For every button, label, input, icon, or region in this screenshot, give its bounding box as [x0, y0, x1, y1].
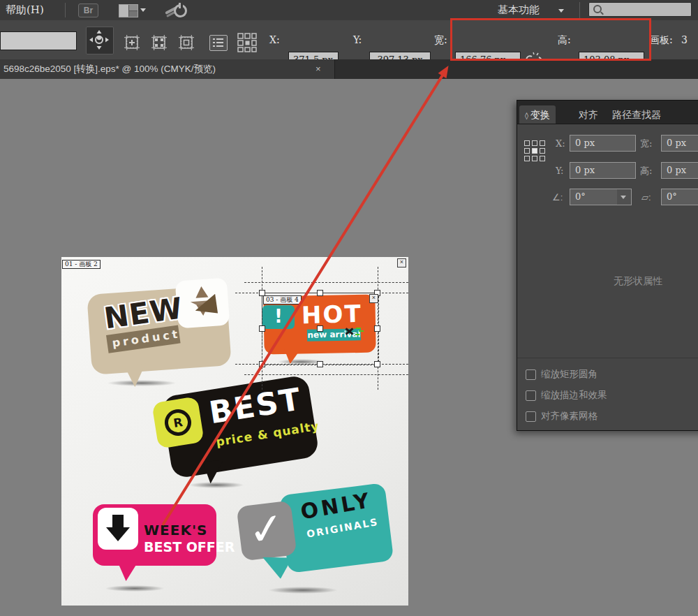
- width-label: 宽:: [434, 20, 447, 59]
- panel-x-label: X:: [556, 135, 565, 152]
- selection-handle[interactable]: [317, 361, 323, 367]
- move-gizmo-icon: [87, 27, 112, 52]
- sticker-new-shadow: [107, 380, 177, 386]
- transform-panel: ◊变换 对齐 路径查找器 X: 0 px 宽: 0 px Y: 0 px 高: …: [517, 100, 698, 431]
- menubar-separator-2: [579, 2, 580, 18]
- selection-handle[interactable]: [317, 290, 323, 296]
- artboard-list-icon[interactable]: [209, 35, 228, 51]
- sticker-only-badge: ✓: [237, 501, 297, 562]
- cs-live-icon[interactable]: [165, 3, 188, 18]
- menubar-separator: [65, 3, 66, 17]
- selection-handle[interactable]: [317, 325, 323, 332]
- artboard-options-icon[interactable]: [177, 34, 195, 52]
- selection-crop-mark: [244, 374, 408, 375]
- panel-y-label: Y:: [556, 163, 563, 179]
- artboard-preset-portrait-icon[interactable]: [150, 34, 168, 52]
- panel-width-field[interactable]: 0 px: [661, 135, 698, 152]
- panel-divider: [517, 358, 698, 358]
- sticker-best-shadow: [188, 482, 244, 488]
- move-artboard-button[interactable]: [86, 27, 114, 54]
- sticker-weeks-shadow: [105, 585, 165, 592]
- selection-handle[interactable]: [374, 325, 380, 332]
- sticker-only-shadow: [268, 587, 338, 594]
- rotate-icon: ∠:: [552, 189, 563, 206]
- document-close-icon[interactable]: ×: [315, 59, 321, 79]
- rotate-dropdown-button[interactable]: [617, 189, 632, 205]
- panel-tab-bar: ◊变换 对齐 路径查找器: [517, 101, 698, 124]
- down-arrow-icon: [112, 515, 124, 527]
- selected-artboard-label[interactable]: 03 - 画板 4: [263, 295, 302, 305]
- checkbox-scale-corners-label: 缩放矩形圆角: [541, 369, 597, 379]
- selection-crop-mark: [244, 282, 408, 283]
- arrange-documents-icon[interactable]: [119, 4, 138, 17]
- artboard-name-input[interactable]: [0, 31, 77, 50]
- artboard-preset-landscape-icon[interactable]: [123, 34, 141, 52]
- sticker-weeks-title: WEEK'S: [144, 522, 207, 538]
- artboard-label[interactable]: 01 - 画板 2: [62, 260, 101, 269]
- panel-x-field[interactable]: 0 px: [570, 135, 636, 152]
- sticker-weeks-badge: [98, 508, 138, 550]
- checkbox-scale-strokes-effects-label: 缩放描边和效果: [541, 390, 607, 400]
- rearrange-artboards-icon[interactable]: [237, 32, 258, 53]
- reference-point-icon[interactable]: [524, 140, 547, 163]
- tab-pathfinder[interactable]: 路径查找器: [607, 105, 667, 124]
- panel-shear-field[interactable]: 0°: [661, 189, 698, 205]
- checkmark-icon: ✓: [237, 501, 297, 559]
- shear-icon: ▱:: [641, 189, 651, 206]
- no-shape-properties-text: 无形状属性: [517, 275, 698, 288]
- checkbox-align-pixel-grid[interactable]: [526, 411, 536, 422]
- menu-help[interactable]: 帮助(H): [6, 0, 44, 20]
- panel-width-label: 宽:: [640, 135, 652, 152]
- illustrator-window: 帮助(H) Br 基本功能: [0, 0, 698, 616]
- search-icon: [593, 5, 602, 13]
- panel-height-field[interactable]: 0 px: [661, 162, 698, 179]
- checkbox-align-pixel-grid-label: 对齐像素网格: [541, 411, 597, 421]
- search-input[interactable]: [588, 2, 692, 17]
- document-tab-bar: 5698c26be2050 [转换].eps* @ 100% (CMYK/预览)…: [0, 59, 698, 79]
- tab-transform[interactable]: ◊变换: [519, 105, 556, 124]
- y-label: Y:: [353, 20, 362, 59]
- annotation-highlight-rect: [450, 18, 651, 61]
- checkbox-scale-corners[interactable]: [526, 369, 536, 380]
- document-title: 5698c26be2050 [转换].eps* @ 100% (CMYK/预览): [3, 59, 216, 79]
- workspace-switcher[interactable]: 基本功能: [498, 0, 540, 20]
- registered-mark-icon: R: [163, 407, 193, 437]
- panel-height-label: 高:: [640, 163, 652, 179]
- sticker-best-badge: R: [151, 396, 205, 449]
- selected-artboard-close-icon[interactable]: ×: [369, 294, 378, 303]
- panel-y-field[interactable]: 0 px: [570, 162, 636, 179]
- panel-rotate-field[interactable]: 0°: [570, 189, 622, 205]
- artboard-count-value: 3: [681, 20, 688, 59]
- arrange-documents-caret-icon[interactable]: [140, 8, 146, 12]
- artboard-close-icon[interactable]: ×: [397, 258, 406, 267]
- document-tab[interactable]: 5698c26be2050 [转换].eps* @ 100% (CMYK/预览)…: [0, 59, 335, 79]
- artboard-count-label: 画板:: [650, 20, 673, 59]
- selection-handle[interactable]: [259, 325, 265, 332]
- x-label: X:: [269, 20, 280, 59]
- checkbox-scale-strokes-effects[interactable]: [526, 390, 536, 401]
- panel-collapse-icon[interactable]: ◊: [525, 112, 528, 119]
- sticker-weeks-subtitle: BEST OFFER: [144, 539, 235, 555]
- workspace-caret-icon[interactable]: [558, 9, 564, 13]
- selection-handle[interactable]: [374, 361, 380, 367]
- bridge-button[interactable]: Br: [78, 3, 98, 17]
- tab-align[interactable]: 对齐: [573, 105, 604, 124]
